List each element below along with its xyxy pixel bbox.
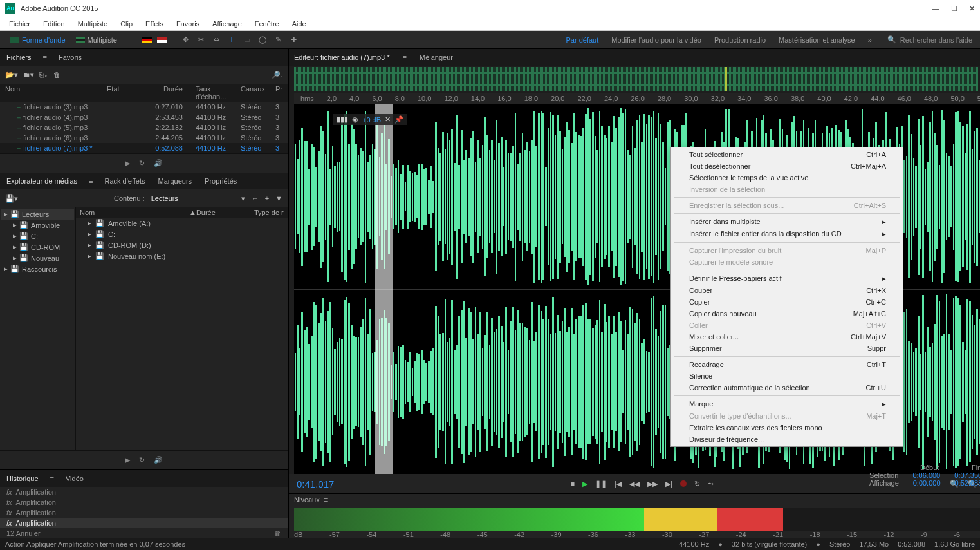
- context-menu-item[interactable]: Diviseur de fréquence...: [671, 433, 903, 445]
- multitrack-view-button[interactable]: Multipiste: [71, 35, 122, 45]
- trash-icon[interactable]: 🗑: [274, 529, 281, 537]
- play-button[interactable]: ▶: [582, 480, 587, 488]
- list-item[interactable]: ▸💾Nouveau nom (E:): [76, 251, 288, 261]
- record-button[interactable]: [680, 480, 687, 487]
- list-item[interactable]: ▸💾CD-ROM (D:): [76, 240, 288, 251]
- context-menu-item[interactable]: Insérer le fichier entier dans la dispos…: [671, 228, 903, 240]
- content-dropdown[interactable]: Lecteurs: [151, 194, 235, 202]
- menu-affichage[interactable]: Affichage: [207, 19, 247, 29]
- context-menu-item[interactable]: Correction automatique de la sélectionCt…: [671, 382, 903, 394]
- panel-menu-icon[interactable]: ≡: [50, 475, 54, 482]
- workspace-radio[interactable]: Production radio: [714, 36, 766, 44]
- context-menu-item[interactable]: Marque▸: [671, 398, 903, 410]
- menu-effets[interactable]: Effets: [140, 19, 169, 29]
- menu-aide[interactable]: Aide: [287, 19, 311, 29]
- context-menu-item[interactable]: Tout désélectionnerCtrl+Maj+A: [671, 160, 903, 172]
- panel-menu-icon[interactable]: ≡: [403, 53, 407, 61]
- effects-rack-tab[interactable]: Rack d'effets: [103, 175, 146, 187]
- file-row[interactable]: ⎓ fichier audio (5).mp32:22.13244100 HzS…: [0, 122, 288, 133]
- menu-fenetre[interactable]: Fenêtre: [250, 19, 284, 29]
- markers-tab[interactable]: Marqueurs: [157, 175, 194, 187]
- view-start[interactable]: 0:00.000: [912, 479, 941, 487]
- sel-end[interactable]: 0:07.350: [953, 471, 980, 479]
- view-end[interactable]: 0:52.088: [954, 479, 980, 487]
- filter-search-icon[interactable]: 🔎.: [272, 71, 282, 79]
- content-dropdown-arrow[interactable]: ▾: [241, 194, 245, 203]
- menu-multipiste[interactable]: Multipiste: [73, 19, 113, 29]
- flag-de-icon[interactable]: [142, 37, 152, 43]
- skip-selection-icon[interactable]: ⤳: [708, 480, 714, 488]
- history-item[interactable]: fxAmplification: [0, 518, 288, 528]
- context-menu-item[interactable]: Copier dans nouveauMaj+Alt+C: [671, 308, 903, 319]
- panel-menu-icon[interactable]: ≡: [43, 53, 47, 61]
- context-menu-item[interactable]: CouperCtrl+X: [671, 285, 903, 296]
- hud-db[interactable]: +0 dB: [362, 116, 381, 124]
- tree-item[interactable]: ▸💾CD-ROM: [1, 242, 74, 252]
- file-row[interactable]: ⎓ fichier audio (6).mp32:44.20544100 HzS…: [0, 133, 288, 143]
- marquee-tool-icon[interactable]: ▭: [242, 35, 252, 44]
- context-menu-item[interactable]: Extraire les canaux vers des fichiers mo…: [671, 422, 903, 433]
- menu-edition[interactable]: Edition: [38, 19, 70, 29]
- tree-item[interactable]: ▸💾Nouveau: [1, 252, 74, 263]
- workspace-default[interactable]: Par défaut: [566, 36, 599, 44]
- razor-tool-icon[interactable]: ✂: [196, 35, 206, 44]
- timecode[interactable]: 0:41.017: [297, 479, 334, 489]
- tree-item[interactable]: ▸💾Amovible: [1, 220, 74, 231]
- back-icon[interactable]: ←: [252, 194, 259, 202]
- menu-favoris[interactable]: Favoris: [171, 19, 205, 29]
- insert-icon[interactable]: ⎘▾: [39, 71, 48, 79]
- play-preview-icon[interactable]: ▶: [125, 159, 130, 167]
- play-preview-icon[interactable]: ▶: [125, 456, 130, 464]
- context-menu-item[interactable]: Insérer dans multipiste▸: [671, 216, 903, 228]
- hud-bars-icon[interactable]: ▮▮▮: [337, 115, 348, 124]
- menu-clip[interactable]: Clip: [115, 19, 138, 29]
- favorites-tab[interactable]: Favoris: [57, 51, 83, 64]
- time-select-tool-icon[interactable]: I: [227, 35, 237, 44]
- close-file-icon[interactable]: 🗑: [53, 71, 60, 79]
- hud-pin-icon[interactable]: 📌: [394, 115, 403, 124]
- loop-preview-icon[interactable]: ↻: [139, 159, 145, 167]
- waveform-view-button[interactable]: Forme d'onde: [5, 35, 71, 45]
- history-item[interactable]: fxAmplification: [0, 507, 288, 518]
- hud-x-icon[interactable]: ✕: [385, 115, 391, 124]
- search-icon[interactable]: 🔍: [887, 35, 896, 44]
- menu-fichier[interactable]: Fichier: [4, 19, 35, 29]
- waveform-selection[interactable]: [375, 104, 393, 474]
- workspace-master[interactable]: Mastérisation et analyse: [779, 36, 855, 44]
- open-file-icon[interactable]: 📂▾: [5, 71, 18, 79]
- mb-col-type[interactable]: Type de r: [254, 209, 284, 216]
- context-menu-item[interactable]: Silence: [671, 370, 903, 382]
- workspace-video[interactable]: Modifier l'audio pour la vidéo: [611, 36, 701, 44]
- filter-icon[interactable]: ▼: [275, 194, 282, 202]
- mb-col-dur[interactable]: Durée: [196, 209, 254, 216]
- lasso-tool-icon[interactable]: ◯: [257, 35, 268, 44]
- new-file-icon[interactable]: 🖿▾: [23, 71, 34, 79]
- add-shortcut-icon[interactable]: +: [265, 194, 269, 202]
- brush-tool-icon[interactable]: ✎: [273, 35, 283, 44]
- hud-knob-icon[interactable]: ◉: [352, 115, 358, 124]
- panel-menu-icon[interactable]: ≡: [89, 177, 93, 185]
- context-menu-item[interactable]: SupprimerSuppr: [671, 343, 903, 354]
- loop-button[interactable]: ↻: [694, 480, 700, 488]
- heal-tool-icon[interactable]: ✚: [288, 35, 299, 44]
- properties-tab[interactable]: Propriétés: [203, 175, 238, 187]
- mixer-tab[interactable]: Mélangeur: [420, 53, 453, 61]
- skip-end-button[interactable]: ▶|: [665, 480, 672, 488]
- editor-tab[interactable]: Editeur: fichier audio (7).mp3 *: [294, 53, 390, 61]
- history-item[interactable]: fxAmplification: [0, 487, 288, 497]
- search-input[interactable]: Rechercher dans l'aide: [900, 36, 972, 44]
- list-item[interactable]: ▸💾Amovible (A:): [76, 218, 288, 229]
- tree-item[interactable]: ▸💾Raccourcis: [1, 263, 74, 274]
- tree-item[interactable]: ▸💾C:: [1, 231, 74, 242]
- files-tab[interactable]: Fichiers: [5, 51, 33, 64]
- context-menu-item[interactable]: Définir le Presse-papiers actif▸: [671, 272, 903, 285]
- close-button[interactable]: ✕: [969, 5, 975, 13]
- minimize-button[interactable]: —: [932, 5, 939, 13]
- forward-button[interactable]: ▶▶: [647, 480, 658, 488]
- history-item[interactable]: fxAmplification: [0, 497, 288, 507]
- autoplay-icon[interactable]: 🔊: [154, 456, 163, 464]
- drive-icon[interactable]: 💾▾: [5, 194, 18, 203]
- context-menu-item[interactable]: Mixer et coller...Ctrl+Maj+V: [671, 331, 903, 343]
- file-row[interactable]: ⎓ fichier audio (3).mp30:27.01044100 HzS…: [0, 102, 288, 112]
- list-item[interactable]: ▸💾C:: [76, 229, 288, 240]
